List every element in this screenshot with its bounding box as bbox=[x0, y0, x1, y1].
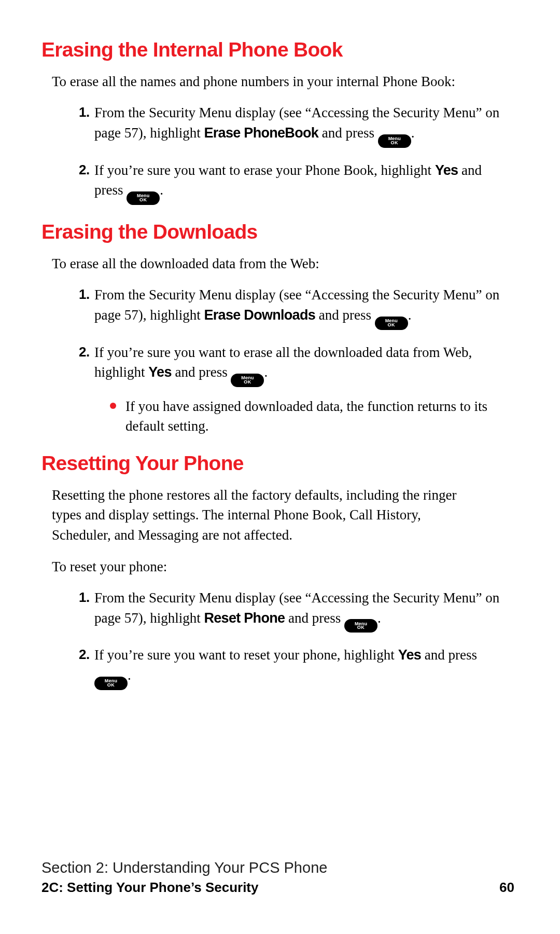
key-label-bottom: OK bbox=[107, 683, 115, 688]
step-number: 2. bbox=[79, 160, 90, 180]
step-text-mid: and press bbox=[318, 125, 378, 141]
step-item: 1. From the Security Menu display (see “… bbox=[79, 588, 509, 633]
step-number: 2. bbox=[79, 645, 90, 664]
step-item: 2. If you’re sure you want to erase your… bbox=[79, 160, 509, 205]
key-label-bottom: OK bbox=[388, 323, 396, 327]
step-item: 1. From the Security Menu display (see “… bbox=[79, 285, 509, 329]
footer-subsection-title: 2C: Setting Your Phone’s Security bbox=[41, 880, 259, 896]
sub-bullet-item: If you have assigned downloaded data, th… bbox=[116, 396, 509, 436]
step-text-pre: If you’re sure you want to reset your ph… bbox=[94, 647, 398, 663]
page-content: Erasing the Internal Phone Book To erase… bbox=[41, 35, 514, 690]
step-text-bold: Erase Downloads bbox=[204, 307, 315, 323]
step-text-post: . bbox=[411, 125, 415, 141]
menu-ok-key-icon: MenuOK bbox=[94, 677, 128, 690]
step-number: 1. bbox=[79, 103, 90, 122]
footer-row: 2C: Setting Your Phone’s Security 60 bbox=[41, 880, 514, 896]
step-text-post: . bbox=[264, 364, 268, 380]
step-text-pre: If you’re sure you want to erase your Ph… bbox=[94, 162, 435, 178]
step-text-bold: Reset Phone bbox=[204, 610, 285, 626]
step-number: 1. bbox=[79, 285, 90, 304]
sub-bullet-list: If you have assigned downloaded data, th… bbox=[94, 396, 509, 436]
heading-erase-phonebook: Erasing the Internal Phone Book bbox=[41, 35, 514, 64]
step-item: 2. If you’re sure you want to erase all … bbox=[79, 342, 509, 436]
heading-erase-downloads: Erasing the Downloads bbox=[41, 217, 514, 246]
menu-ok-key-icon: MenuOK bbox=[378, 134, 411, 148]
heading-reset-phone: Resetting Your Phone bbox=[41, 449, 514, 478]
menu-ok-key-icon: MenuOK bbox=[375, 317, 408, 330]
step-text-mid: and press bbox=[315, 307, 375, 323]
step-text-bold: Yes bbox=[398, 647, 421, 663]
intro-text: Resetting the phone restores all the fac… bbox=[52, 485, 477, 545]
step-text-bold: Yes bbox=[435, 162, 458, 178]
steps-list: 1. From the Security Menu display (see “… bbox=[41, 285, 514, 436]
key-label-bottom: OK bbox=[391, 141, 399, 145]
step-text-mid: and press bbox=[285, 610, 344, 626]
step-text-post: . bbox=[160, 182, 163, 198]
footer-section-title: Section 2: Understanding Your PCS Phone bbox=[41, 859, 514, 876]
step-text-bold: Yes bbox=[148, 364, 171, 380]
menu-ok-key-icon: MenuOK bbox=[344, 619, 377, 633]
step-number: 1. bbox=[79, 588, 90, 607]
step-text-post: . bbox=[128, 667, 131, 683]
step-item: 2. If you’re sure you want to reset your… bbox=[79, 645, 509, 690]
section-erase-downloads: Erasing the Downloads To erase all the d… bbox=[41, 217, 514, 436]
step-text-bold: Erase PhoneBook bbox=[204, 125, 318, 141]
intro-text: To erase all the downloaded data from th… bbox=[52, 254, 477, 274]
steps-list: 1. From the Security Menu display (see “… bbox=[41, 103, 514, 205]
menu-ok-key-icon: MenuOK bbox=[127, 191, 160, 205]
steps-list: 1. From the Security Menu display (see “… bbox=[41, 588, 514, 690]
intro-text-2: To reset your phone: bbox=[52, 557, 477, 577]
page-number: 60 bbox=[499, 880, 514, 896]
document-page: Erasing the Internal Phone Book To erase… bbox=[0, 0, 560, 934]
step-text-mid: and press bbox=[172, 364, 231, 380]
key-label-bottom: OK bbox=[357, 626, 365, 630]
step-text-post: . bbox=[377, 610, 381, 626]
page-footer: Section 2: Understanding Your PCS Phone … bbox=[41, 859, 514, 896]
intro-text: To erase all the names and phone numbers… bbox=[52, 72, 477, 92]
key-label-bottom: OK bbox=[244, 380, 251, 384]
key-label-bottom: OK bbox=[139, 198, 147, 202]
step-item: 1. From the Security Menu display (see “… bbox=[79, 103, 509, 147]
section-reset-phone: Resetting Your Phone Resetting the phone… bbox=[41, 449, 514, 690]
section-erase-phonebook: Erasing the Internal Phone Book To erase… bbox=[41, 35, 514, 205]
step-text-mid: and press bbox=[421, 647, 477, 663]
step-text-post: . bbox=[408, 307, 412, 323]
step-number: 2. bbox=[79, 342, 90, 362]
menu-ok-key-icon: MenuOK bbox=[231, 374, 264, 387]
